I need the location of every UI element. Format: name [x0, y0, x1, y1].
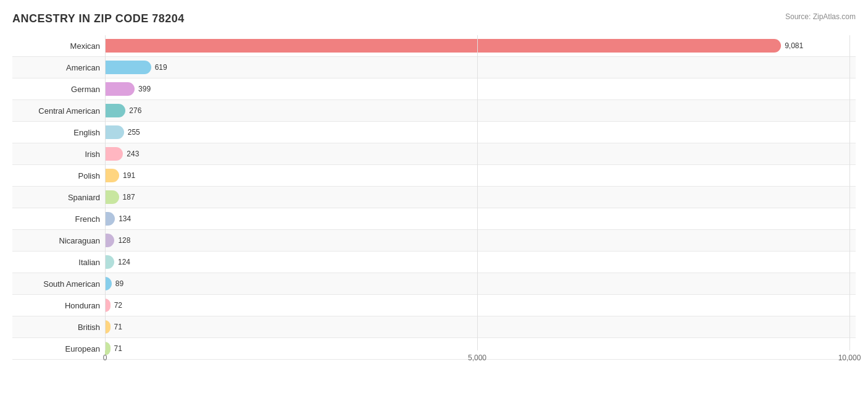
bar-fill — [105, 320, 111, 334]
bar-value-label: 191 — [123, 171, 135, 180]
x-axis-label: 10,000 — [838, 354, 861, 362]
bar-label: European — [12, 344, 105, 354]
bar-track: 276 — [105, 104, 856, 117]
bar-value-label: 134 — [119, 214, 131, 223]
bar-fill — [105, 147, 123, 161]
bar-value-label: 255 — [128, 128, 140, 137]
bar-row: Spaniard187 — [12, 187, 856, 208]
bar-fill — [105, 125, 124, 139]
x-axis-label: 0 — [103, 354, 107, 362]
bar-track: 72 — [105, 298, 856, 312]
x-axis-label: 5,000 — [468, 354, 486, 362]
bar-label: Mexican — [12, 41, 105, 51]
bar-row: Mexican9,081 — [12, 35, 856, 57]
bar-value-label: 276 — [129, 106, 141, 115]
bar-row: Honduran72 — [12, 295, 856, 316]
bar-track: 134 — [105, 212, 856, 226]
bar-fill — [105, 39, 781, 53]
bar-value-label: 399 — [138, 85, 151, 93]
bar-fill — [105, 169, 119, 182]
bar-row: Italian124 — [12, 252, 856, 273]
bar-track: 128 — [105, 234, 856, 247]
bar-value-label: 9,081 — [785, 41, 803, 50]
chart-area: Mexican9,081American619German399Central … — [12, 35, 856, 369]
bar-row: American619 — [12, 57, 856, 78]
bar-row: Nicaraguan128 — [12, 230, 856, 252]
bar-row: German399 — [12, 78, 856, 100]
bar-row: Polish191 — [12, 165, 856, 187]
source-text: Source: ZipAtlas.com — [785, 12, 856, 21]
bar-value-label: 243 — [127, 150, 139, 158]
bar-label: British — [12, 323, 105, 332]
x-axis: 05,00010,000 — [105, 350, 856, 369]
bar-row: Central American276 — [12, 100, 856, 122]
bar-label: Honduran — [12, 301, 105, 310]
bar-label: Italian — [12, 258, 105, 267]
bar-value-label: 124 — [118, 258, 130, 266]
bar-row: British71 — [12, 316, 856, 338]
bar-value-label: 128 — [118, 236, 130, 245]
bar-label: Irish — [12, 150, 105, 159]
bar-fill — [105, 104, 125, 117]
bar-track: 619 — [105, 61, 856, 74]
bar-label: French — [12, 214, 105, 224]
bar-label: Polish — [12, 171, 105, 180]
bar-label: Nicaraguan — [12, 236, 105, 245]
bar-track: 71 — [105, 320, 856, 334]
bar-track: 191 — [105, 169, 856, 182]
bar-value-label: 89 — [115, 279, 123, 288]
bar-value-label: 72 — [114, 301, 122, 310]
bar-fill — [105, 298, 111, 312]
bar-row: English255 — [12, 122, 856, 143]
bar-label: South American — [12, 279, 105, 289]
bar-fill — [105, 255, 114, 269]
bar-fill — [105, 190, 119, 204]
bar-fill — [105, 82, 135, 96]
chart-container: ANCESTRY IN ZIP CODE 78204 Source: ZipAt… — [0, 0, 868, 398]
bar-label: German — [12, 85, 105, 94]
bar-row: South American89 — [12, 273, 856, 295]
bar-track: 89 — [105, 277, 856, 290]
bar-track: 255 — [105, 125, 856, 139]
bar-row: Irish243 — [12, 143, 856, 165]
chart-title: ANCESTRY IN ZIP CODE 78204 — [12, 12, 185, 25]
bar-rows: Mexican9,081American619German399Central … — [12, 35, 856, 350]
bar-label: English — [12, 128, 105, 137]
bar-value-label: 71 — [114, 323, 122, 331]
bar-label: American — [12, 63, 105, 72]
bar-value-label: 619 — [155, 63, 167, 72]
bar-value-label: 187 — [123, 193, 135, 201]
bar-label: Central American — [12, 106, 105, 116]
bar-track: 187 — [105, 190, 856, 204]
bar-row: French134 — [12, 208, 856, 230]
bar-label: Spaniard — [12, 193, 105, 202]
bar-track: 124 — [105, 255, 856, 269]
bar-fill — [105, 212, 115, 226]
bar-fill — [105, 61, 151, 74]
bar-track: 243 — [105, 147, 856, 161]
bar-fill — [105, 234, 114, 247]
bar-track: 9,081 — [105, 39, 856, 53]
bar-fill — [105, 277, 112, 290]
header-row: ANCESTRY IN ZIP CODE 78204 Source: ZipAt… — [12, 12, 856, 25]
bar-track: 399 — [105, 82, 856, 96]
